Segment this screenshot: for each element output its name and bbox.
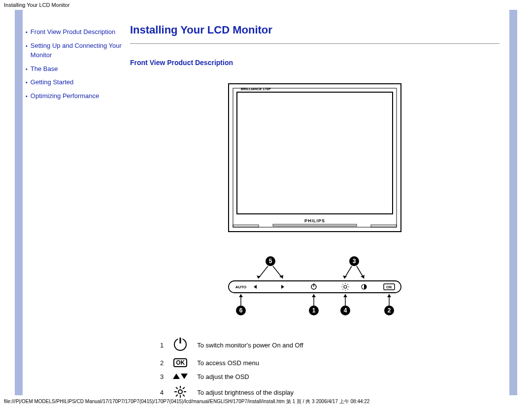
nav-item-setting-up[interactable]: • Setting Up and Connecting Your Monitor — [26, 41, 123, 60]
brightness-icon — [172, 386, 197, 399]
figure-area: BRILLIANCE 170P PHILIPS 5 3 — [130, 81, 499, 323]
svg-marker-52 — [343, 294, 347, 297]
brand-text: PHILIPS — [304, 218, 325, 223]
section-title: Front View Product Description — [130, 59, 499, 67]
bullet-icon: • — [26, 28, 28, 36]
table-row: 1 To switch monitor's power On and Off — [160, 338, 312, 353]
svg-text:6: 6 — [239, 307, 243, 314]
page-title: Installing Your LCD Monitor — [130, 24, 499, 36]
sidebar: • Front View Produt Description • Settin… — [23, 10, 126, 395]
svg-rect-0 — [229, 84, 401, 232]
table-row: 2 OK To access OSD menu — [160, 358, 312, 368]
nav-item-optimizing[interactable]: • Optimizing Performance — [26, 91, 123, 101]
bullet-icon: • — [26, 65, 28, 73]
legend-num: 4 — [160, 386, 172, 399]
table-row: 4 To adjust brightness of the display — [160, 386, 312, 399]
bullet-icon: • — [26, 92, 28, 101]
svg-text:4: 4 — [344, 307, 347, 314]
legend-desc: To adjust brightness of the display — [197, 386, 312, 399]
bullet-icon: • — [26, 78, 28, 87]
legend-desc: To access OSD menu — [197, 358, 312, 368]
svg-text:OK: OK — [386, 285, 392, 289]
badge-text: BRILLIANCE 170P — [241, 87, 271, 91]
bullet-icon: • — [26, 42, 28, 50]
legend-num: 1 — [160, 338, 172, 353]
nav-link[interactable]: The Base — [31, 64, 58, 74]
nav-item-front-view[interactable]: • Front View Produt Description — [26, 27, 123, 37]
svg-marker-54 — [387, 294, 391, 297]
legend-desc: To switch monitor's power On and Off — [197, 338, 312, 353]
window-title: Installing Your LCD Monitor — [0, 0, 532, 10]
decoration-bar-right — [509, 10, 517, 395]
divider — [130, 43, 499, 44]
main-content: Installing Your LCD Monitor Front View P… — [126, 10, 509, 395]
content-frame: • Front View Produt Description • Settin… — [0, 10, 532, 395]
svg-text:2: 2 — [388, 307, 391, 314]
legend-num: 3 — [160, 373, 172, 381]
legend-table: 1 To switch monitor's power On and Off 2… — [160, 333, 312, 404]
nav-link[interactable]: Setting Up and Connecting Your Monitor — [31, 41, 123, 60]
nav-link[interactable]: Front View Produt Description — [31, 27, 115, 37]
nav-list: • Front View Produt Description • Settin… — [26, 27, 123, 101]
ok-icon: OK — [172, 358, 197, 368]
svg-marker-48 — [239, 294, 243, 297]
monitor-diagram: BRILLIANCE 170P PHILIPS — [226, 81, 403, 239]
svg-text:AUTO: AUTO — [235, 285, 247, 289]
nav-link[interactable]: Getting Started — [31, 77, 73, 87]
svg-text:5: 5 — [269, 258, 272, 265]
arrows-icon — [172, 373, 197, 381]
legend-num: 2 — [160, 358, 172, 368]
nav-link[interactable]: Optimizing Performance — [31, 91, 99, 101]
nav-item-getting-started[interactable]: • Getting Started — [26, 77, 123, 87]
table-row: 3 To adjust the OSD — [160, 373, 312, 381]
power-icon — [172, 338, 197, 353]
svg-text:1: 1 — [312, 307, 316, 314]
svg-marker-16 — [279, 275, 283, 278]
nav-item-the-base[interactable]: • The Base — [26, 64, 123, 74]
svg-text:3: 3 — [353, 258, 356, 265]
button-panel-diagram: 5 3 AUTO — [226, 254, 403, 323]
legend-desc: To adjust the OSD — [197, 373, 312, 381]
decoration-bar-left — [15, 10, 23, 395]
svg-marker-50 — [312, 294, 316, 297]
